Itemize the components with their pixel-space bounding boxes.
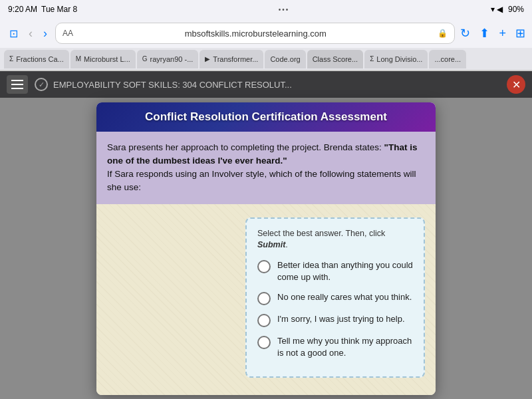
close-button[interactable]: ✕ [507, 75, 525, 94]
instructions-after: . [285, 240, 287, 249]
tab-more[interactable]: ...core... [429, 50, 466, 68]
google-tab-icon: G [142, 55, 148, 63]
answer-option-1[interactable]: Better idea than anything you could come… [257, 259, 413, 283]
lock-icon: 🔒 [438, 29, 448, 38]
microburst-tab-icon: M [76, 55, 81, 63]
page-toolbar: ✓ EMPLOYABILITY SOFT SKILLS: 304 CONFLIC… [0, 71, 532, 98]
radio-4[interactable] [257, 336, 271, 349]
tab-codeorg[interactable]: Code.org [265, 50, 305, 68]
address-bar[interactable]: AA mbsoftskills.microburstelearning.com … [55, 23, 455, 44]
battery-display: 90% [508, 5, 524, 14]
answer-option-4[interactable]: Tell me why you think my approach is not… [257, 335, 413, 359]
answer-box: Select the best answer. Then, click Subm… [245, 217, 425, 378]
scenario-cont: If Sara responds using an Involver style… [107, 169, 416, 192]
forward-button[interactable]: › [41, 27, 50, 41]
browser-chrome: ⊡ ‹ › AA mbsoftskills.microburstelearnin… [0, 19, 532, 71]
answer-option-3[interactable]: I'm sorry, I was just trying to help. [257, 313, 413, 327]
radio-1[interactable] [257, 260, 271, 273]
radio-2[interactable] [257, 292, 271, 305]
longdivision-tab-label: Long Divisio... [376, 55, 422, 63]
menu-line-2 [11, 84, 23, 85]
menu-line-1 [11, 80, 23, 81]
classscore-tab-label: Class Score... [313, 55, 358, 63]
font-size-label: AA [63, 29, 73, 38]
option-4-text: Tell me why you think my approach is not… [277, 335, 413, 359]
google-tab-label: rayryan90 -... [150, 55, 194, 63]
menu-button[interactable] [7, 75, 28, 94]
new-tab-button[interactable]: + [499, 27, 506, 41]
tabs-row: Σ Fractions Ca... M Microburst L... G ra… [0, 48, 532, 70]
card-body: Select the best answer. Then, click Subm… [96, 204, 436, 396]
assessment-title: Conflict Resolution Certification Assess… [107, 110, 425, 124]
codeorg-tab-label: Code.org [270, 55, 300, 63]
page-title-bar: ✓ EMPLOYABILITY SOFT SKILLS: 304 CONFLIC… [35, 78, 500, 91]
menu-line-3 [11, 88, 23, 89]
microburst-tab-label: Microburst L... [84, 55, 130, 63]
wifi-icon: ▾ ◀ [491, 5, 503, 14]
fractions-tab-icon: Σ [9, 55, 13, 63]
url-display: mbsoftskills.microburstelearning.com [77, 29, 434, 39]
submit-word: Submit [257, 240, 285, 249]
answer-option-2[interactable]: No one really cares what you think. [257, 291, 413, 305]
status-check-icon: ✓ [35, 78, 48, 91]
tabs-button[interactable]: ⊞ [515, 26, 525, 41]
tab-fractions[interactable]: Σ Fractions Ca... [4, 50, 69, 68]
option-1-text: Better idea than anything you could come… [277, 259, 413, 283]
option-2-text: No one really cares what you think. [277, 291, 412, 303]
share-button[interactable]: ⬆ [479, 26, 489, 41]
more-tab-label: ...core... [434, 55, 461, 63]
scenario-section: Sara presents her approach to completing… [96, 132, 436, 204]
fractions-tab-label: Fractions Ca... [16, 55, 64, 63]
tab-classscore[interactable]: Class Score... [307, 50, 363, 68]
status-bar: 9:20 AM Tue Mar 8 ••• ▾ ◀ 90% [0, 0, 532, 19]
tab-overview-button[interactable]: ⊡ [7, 27, 21, 40]
transformer-tab-label: Transformer... [213, 55, 258, 63]
radio-3[interactable] [257, 314, 271, 327]
page-title: EMPLOYABILITY SOFT SKILLS: 304 CONFLICT … [53, 80, 292, 90]
reload-button[interactable]: ↻ [460, 26, 470, 41]
tab-longdivision[interactable]: Σ Long Divisio... [364, 50, 428, 68]
main-content: Conflict Resolution Certification Assess… [0, 98, 532, 399]
dots-icon: ••• [279, 6, 290, 13]
assessment-card: Conflict Resolution Certification Assess… [96, 102, 436, 396]
longdivision-tab-icon: Σ [370, 55, 374, 63]
transformer-tab-icon: ▶ [205, 55, 210, 63]
tab-microburst[interactable]: M Microburst L... [70, 50, 136, 68]
date-display: Tue Mar 8 [41, 5, 77, 14]
instructions-text: Select the best answer. Then, click [257, 229, 385, 238]
option-3-text: I'm sorry, I was just trying to help. [277, 313, 405, 325]
tab-google[interactable]: G rayryan90 -... [137, 50, 199, 68]
scenario-text: Sara presents her approach to completing… [107, 142, 384, 152]
back-button[interactable]: ‹ [26, 27, 35, 41]
time-display: 9:20 AM [8, 5, 37, 14]
answer-instructions: Select the best answer. Then, click Subm… [257, 228, 413, 251]
card-header: Conflict Resolution Certification Assess… [96, 102, 436, 132]
tab-transformer[interactable]: ▶ Transformer... [200, 50, 263, 68]
